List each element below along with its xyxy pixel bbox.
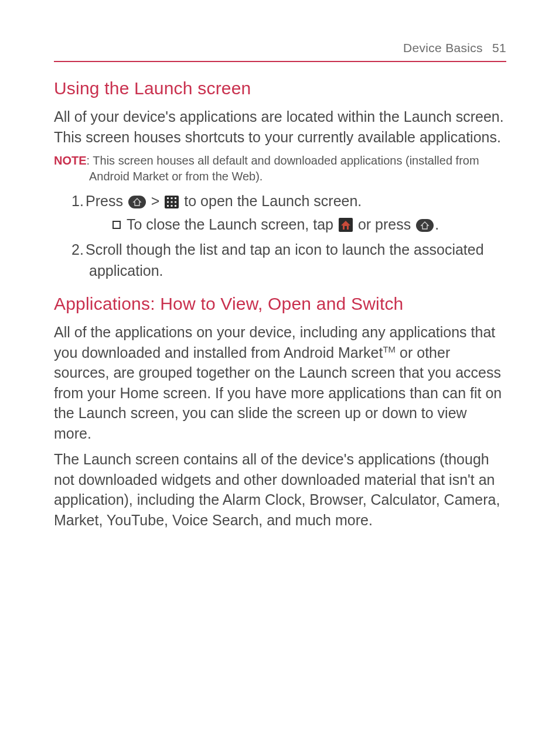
svg-rect-13 <box>416 219 434 232</box>
step-1-sub-pre: To close the Launch screen, tap <box>127 216 338 232</box>
svg-rect-12 <box>345 226 347 230</box>
svg-rect-5 <box>167 201 169 203</box>
svg-rect-7 <box>175 201 176 203</box>
note-text: : This screen houses all default and dow… <box>87 154 479 183</box>
svg-rect-8 <box>167 205 169 207</box>
step-2: 2.Scroll though the list and tap an icon… <box>71 239 506 282</box>
trademark-symbol: TM <box>383 344 396 354</box>
svg-rect-4 <box>175 197 176 199</box>
svg-rect-9 <box>171 205 173 207</box>
apps-paragraph-1: All of the applications on your device, … <box>54 322 506 443</box>
step-1-sub-mid: or press <box>354 216 415 232</box>
heading-applications: Applications: How to View, Open and Swit… <box>54 294 506 314</box>
step-1-sub-list: To close the Launch screen, tap or press… <box>89 214 506 235</box>
home-button-icon <box>128 196 146 208</box>
note-block: NOTE: This screen houses all default and… <box>54 153 506 184</box>
step-1: 1.Press > to open the Launch screen. To … <box>71 190 506 235</box>
apps-grid-icon <box>165 196 179 208</box>
running-header: Device Basics 51 <box>54 41 506 62</box>
home-soft-icon <box>339 218 353 232</box>
intro-paragraph: All of your device's applications are lo… <box>54 107 506 147</box>
heading-using-launch: Using the Launch screen <box>54 78 506 98</box>
note-label: NOTE <box>54 154 87 167</box>
svg-rect-10 <box>175 205 176 207</box>
step-1-sub: To close the Launch screen, tap or press… <box>113 214 506 235</box>
section-title: Device Basics <box>403 41 483 54</box>
step-1-pre: Press <box>86 193 127 209</box>
steps-list: 1.Press > to open the Launch screen. To … <box>54 190 506 281</box>
manual-page: Device Basics 51 Using the Launch screen… <box>0 0 559 756</box>
svg-rect-0 <box>128 196 146 208</box>
svg-rect-6 <box>171 201 173 203</box>
step-1-post: to open the Launch screen. <box>180 193 362 209</box>
step-1-mid: > <box>147 193 164 209</box>
home-button-icon <box>416 219 434 232</box>
square-bullet-icon <box>113 221 121 229</box>
svg-rect-2 <box>167 197 169 199</box>
svg-rect-3 <box>171 197 173 199</box>
page-number: 51 <box>492 41 506 54</box>
step-1-sub-post: . <box>435 216 439 232</box>
step-2-text: Scroll though the list and tap an icon t… <box>86 241 484 279</box>
apps-paragraph-2: The Launch screen contains all of the de… <box>54 449 506 530</box>
